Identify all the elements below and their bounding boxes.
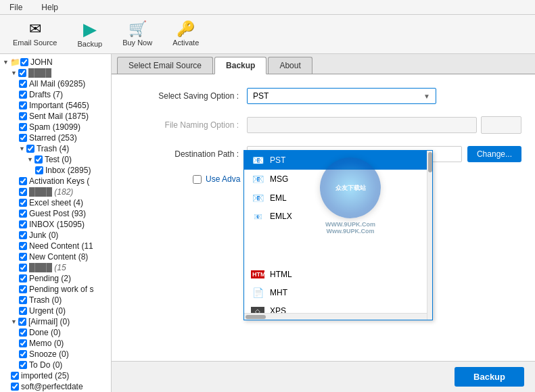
- dropdown-item-msg[interactable]: 📧 MSG: [244, 170, 432, 189]
- tree-item-imported[interactable]: imported (25): [0, 370, 111, 381]
- tree-item-memo[interactable]: Memo (0): [0, 338, 111, 349]
- saving-option-row: Select Saving Option : PST ▼: [125, 88, 521, 104]
- tree-check-airmail[interactable]: [18, 318, 26, 326]
- dropdown-item-emlx[interactable]: 📧 EMLX: [244, 207, 432, 225]
- tree-item-inbox-sub[interactable]: Inbox (2895): [0, 165, 111, 176]
- tree-item-account1[interactable]: ▼ ████: [0, 68, 111, 78]
- menu-file[interactable]: File: [5, 1, 26, 14]
- dropdown-item-mht[interactable]: 📄 MHT: [244, 283, 432, 302]
- activate-label: Activate: [172, 39, 199, 47]
- tree-item-pending-work[interactable]: Pending work of s: [0, 284, 111, 295]
- tree-check-excel-sheet[interactable]: [19, 199, 27, 207]
- change-button[interactable]: Change...: [467, 146, 521, 162]
- dropdown-item-eml[interactable]: 📧 EML: [244, 189, 432, 207]
- tree-item-pending[interactable]: Pending (2): [0, 273, 111, 284]
- tree-item-todo[interactable]: To Do (0): [0, 360, 111, 370]
- tree-check-need-content[interactable]: [19, 242, 27, 250]
- email-source-label: Email Source: [13, 39, 57, 47]
- dropdown-item-xps[interactable]: ◇ XPS: [244, 302, 432, 313]
- tree-check-trash2[interactable]: [19, 296, 27, 304]
- tree-check-pending[interactable]: [19, 274, 27, 283]
- file-naming-select[interactable]: [481, 116, 521, 134]
- tree-check-drafts[interactable]: [19, 91, 27, 99]
- tab-about[interactable]: About: [268, 57, 312, 74]
- backup-button[interactable]: Backup: [455, 367, 524, 387]
- tree-check-junk[interactable]: [19, 231, 27, 239]
- toolbar-activate[interactable]: 🔑 Activate: [165, 18, 206, 50]
- tree-item-junk[interactable]: Junk (0): [0, 230, 111, 241]
- tree-label-inbox: INBOX (15095): [29, 220, 85, 229]
- tree-check-snooze[interactable]: [19, 350, 27, 358]
- tree-item-blank1[interactable]: ████ (182): [0, 187, 111, 197]
- tree-item-test[interactable]: ▼ Test (0): [0, 154, 111, 165]
- tab-select-email-source[interactable]: Select Email Source: [117, 57, 213, 74]
- tree-check-all-mail[interactable]: [19, 80, 27, 88]
- tree-check-account1[interactable]: [18, 69, 26, 77]
- tree-check-important[interactable]: [19, 101, 27, 109]
- tree-check-activation-keys[interactable]: [19, 177, 27, 185]
- tree-item-trash[interactable]: ▼ Trash (4): [0, 143, 111, 154]
- tree-check-imported[interactable]: [11, 372, 19, 380]
- saving-option-select[interactable]: PST ▼: [247, 88, 436, 104]
- buy-now-label: Buy Now: [122, 39, 152, 47]
- tree-item-excel-sheet[interactable]: Excel sheet (4): [0, 197, 111, 208]
- dropdown-item-pst[interactable]: 📧 PST: [244, 151, 432, 170]
- advanced-label[interactable]: Use Adva: [206, 174, 240, 184]
- tree-item-trash2[interactable]: Trash (0): [0, 295, 111, 305]
- tree-item-inbox[interactable]: INBOX (15095): [0, 219, 111, 230]
- tree-check-test[interactable]: [34, 155, 43, 164]
- tree-item-drafts[interactable]: Drafts (7): [0, 89, 111, 100]
- tree-check-inbox[interactable]: [19, 220, 27, 228]
- file-naming-input[interactable]: [247, 117, 477, 133]
- tab-backup[interactable]: Backup: [214, 57, 266, 74]
- tree-item-spam[interactable]: Spam (19099): [0, 122, 111, 132]
- tree-item-new-content[interactable]: New Content (8): [0, 251, 111, 262]
- tree-label-new-content: New Content (8): [29, 252, 88, 262]
- tree-item-snooze[interactable]: Snooze (0): [0, 349, 111, 360]
- tree-check-spam[interactable]: [19, 123, 27, 131]
- tree-check-urgent[interactable]: [19, 307, 27, 315]
- tree-check-sent-mail[interactable]: [19, 112, 27, 120]
- tree-check-blank2[interactable]: [19, 264, 27, 272]
- right-panel: Select Email Source Backup About Select …: [112, 54, 535, 392]
- tree-check-inbox-sub[interactable]: [35, 166, 43, 174]
- tree-label-account1: ████: [28, 68, 51, 78]
- dropdown-hscroll-thumb: [246, 315, 266, 319]
- buy-now-icon: 🛒: [129, 22, 147, 36]
- tree-check-done[interactable]: [19, 328, 27, 337]
- toolbar-buy-now[interactable]: 🛒 Buy Now: [115, 18, 160, 50]
- tree-item-important[interactable]: Important (5465): [0, 100, 111, 111]
- file-naming-control: [247, 116, 521, 134]
- tree-item-guest-post[interactable]: Guest Post (93): [0, 208, 111, 219]
- tree-item-activation-keys[interactable]: Activation Keys (: [0, 176, 111, 187]
- menu-help[interactable]: Help: [37, 1, 62, 14]
- tree-item-done[interactable]: Done (0): [0, 327, 111, 338]
- toolbar-email-source[interactable]: ✉ Email Source: [5, 18, 64, 50]
- dropdown-scrollbar[interactable]: [427, 151, 432, 320]
- tree-item-airmail[interactable]: ▼ [Airmail] (0): [0, 316, 111, 327]
- tree-item-starred[interactable]: Starred (253): [0, 132, 111, 143]
- dropdown-item-html[interactable]: HTML HTML: [244, 266, 432, 283]
- tree-check-john[interactable]: [20, 58, 28, 66]
- advanced-checkbox[interactable]: [193, 175, 202, 184]
- tree-check-trash[interactable]: [26, 145, 34, 153]
- menu-bar: File Help: [0, 0, 535, 15]
- tree-item-need-content[interactable]: Need Content (11: [0, 241, 111, 251]
- tree-item-all-mail[interactable]: All Mail (69285): [0, 78, 111, 89]
- tree-check-new-content[interactable]: [19, 253, 27, 261]
- tree-check-soft[interactable]: [11, 383, 19, 391]
- tree-check-guest-post[interactable]: [19, 210, 27, 218]
- html-icon: HTML: [251, 270, 264, 278]
- tree-item-john[interactable]: ▼ 📁 JOHN: [0, 57, 111, 68]
- tree-item-urgent[interactable]: Urgent (0): [0, 305, 111, 316]
- tree-check-memo[interactable]: [19, 339, 27, 347]
- tree-item-sent-mail[interactable]: Sent Mail (1875): [0, 111, 111, 122]
- tree-item-blank2[interactable]: ████ (15: [0, 262, 111, 273]
- tree-check-pending-work[interactable]: [19, 285, 27, 293]
- toolbar-backup[interactable]: ▶ Backup: [70, 17, 110, 51]
- dropdown-hscroll[interactable]: [244, 313, 432, 320]
- tree-check-starred[interactable]: [19, 134, 27, 142]
- tree-item-soft[interactable]: soft@perfectdate: [0, 381, 111, 392]
- tree-check-blank1[interactable]: [19, 188, 27, 196]
- tree-check-todo[interactable]: [19, 361, 27, 369]
